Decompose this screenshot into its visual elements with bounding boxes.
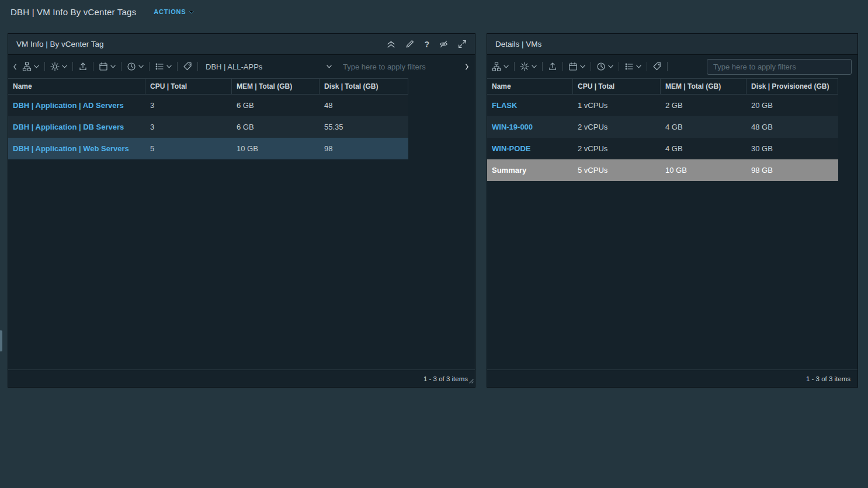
cell-mem: 2 GB <box>661 101 747 110</box>
help-icon[interactable]: ? <box>424 40 429 48</box>
cell-mem: 4 GB <box>661 144 747 153</box>
cell-disk: 98 GB <box>747 166 838 175</box>
clock-icon <box>596 62 606 71</box>
table-row[interactable]: WIN-19-000 2 vCPUs 4 GB 48 GB <box>487 116 838 138</box>
table-header: Name CPU | Total MEM | Total (GB) Disk |… <box>8 78 408 95</box>
filter-input-box <box>707 59 852 75</box>
table-row[interactable]: DBH | Application | DB Servers 3 6 GB 55… <box>8 116 408 138</box>
sidebar-collapse-handle[interactable] <box>0 330 2 351</box>
panel-details-vms: Details | VMs <box>487 33 858 388</box>
column-header-disk[interactable]: Disk | Provisioned (GB) <box>747 79 838 94</box>
table-row[interactable]: WIN-PODE 2 vCPUs 4 GB 30 GB <box>487 138 838 159</box>
expand-icon[interactable] <box>458 40 467 48</box>
list-view-menu[interactable] <box>624 62 641 71</box>
tag-filter-dropdown[interactable]: DBH | ALL-APPs <box>203 62 338 71</box>
cell-mem: 4 GB <box>661 123 747 131</box>
table-header: Name CPU | Total MEM | Total (GB) Disk |… <box>487 78 838 95</box>
widget-flow-icon <box>492 62 501 71</box>
time-range-menu[interactable] <box>127 62 144 71</box>
cell-name: Summary <box>487 166 573 175</box>
cell-mem: 10 GB <box>232 144 320 153</box>
clock-icon <box>127 62 136 71</box>
divider <box>149 62 150 71</box>
table-row-selected[interactable]: DBH | Application | Web Servers 5 10 GB … <box>8 138 408 159</box>
chevron-down-icon <box>110 65 116 68</box>
chevron-down-icon <box>580 65 585 68</box>
table-row-summary[interactable]: Summary 5 vCPUs 10 GB 98 GB <box>487 159 838 181</box>
date-range-menu[interactable] <box>568 62 585 71</box>
dashboard-navigation-menu[interactable] <box>22 62 39 71</box>
divider <box>177 62 178 71</box>
settings-menu[interactable] <box>50 62 67 71</box>
cell-disk: 20 GB <box>747 101 838 110</box>
resize-grip-icon[interactable] <box>468 375 474 386</box>
column-header-mem[interactable]: MEM | Total (GB) <box>232 79 320 94</box>
divider <box>542 62 543 71</box>
chevron-down-icon <box>62 65 67 68</box>
divider <box>619 62 619 71</box>
actions-menu[interactable]: ACTIONS <box>154 8 194 15</box>
calendar-icon <box>99 62 108 71</box>
list-icon <box>624 62 634 71</box>
cell-cpu: 2 vCPUs <box>573 123 661 131</box>
divider <box>647 62 647 71</box>
chevron-down-icon <box>138 65 144 68</box>
time-range-menu[interactable] <box>596 62 613 71</box>
pagination-status: 1 - 3 of 3 items <box>487 370 857 387</box>
divider <box>44 62 45 71</box>
cell-disk: 48 <box>320 101 408 110</box>
divider <box>514 62 515 71</box>
settings-menu[interactable] <box>520 62 537 71</box>
date-range-menu[interactable] <box>99 62 116 71</box>
widget-toolbar: DBH | ALL-APPs <box>8 55 475 78</box>
export-icon[interactable] <box>548 62 557 71</box>
dashboard-navigation-menu[interactable] <box>492 62 509 71</box>
toolbar-scroll-right-icon[interactable] <box>465 64 469 70</box>
row-link[interactable]: DBH | Application | Web Servers <box>13 144 129 153</box>
column-header-cpu[interactable]: CPU | Total <box>573 79 661 94</box>
table-row[interactable]: DBH | Application | AD Servers 3 6 GB 48 <box>8 95 408 116</box>
column-header-cpu[interactable]: CPU | Total <box>145 79 232 94</box>
chevron-down-icon <box>504 65 509 68</box>
divider <box>563 62 563 71</box>
row-link[interactable]: WIN-19-000 <box>492 123 533 131</box>
tag-icon[interactable] <box>652 62 662 71</box>
cell-cpu: 5 vCPUs <box>573 166 661 175</box>
row-link[interactable]: WIN-PODE <box>492 144 530 153</box>
column-header-name[interactable]: Name <box>8 79 145 94</box>
list-icon <box>155 62 164 71</box>
divider <box>197 62 198 71</box>
cell-cpu: 2 vCPUs <box>573 144 661 153</box>
filter-input[interactable] <box>343 62 460 71</box>
pagination-status: 1 - 3 of 3 items <box>8 370 475 387</box>
panel-header: VM Info | By vCenter Tag ? <box>8 34 475 55</box>
divider <box>667 62 668 71</box>
collapse-icon[interactable] <box>387 40 395 48</box>
chevron-down-icon <box>34 65 39 68</box>
row-link[interactable]: DBH | Application | DB Servers <box>13 123 124 131</box>
calendar-icon <box>568 62 578 71</box>
table-row[interactable]: FLASK 1 vCPUs 2 GB 20 GB <box>487 95 838 116</box>
eye-slash-icon[interactable] <box>439 40 448 48</box>
row-link[interactable]: FLASK <box>492 101 517 110</box>
app-header: DBH | VM Info By vCenter Tags ACTIONS <box>0 0 868 23</box>
column-header-name[interactable]: Name <box>487 79 573 94</box>
column-header-mem[interactable]: MEM | Total (GB) <box>661 79 747 94</box>
edit-pencil-icon[interactable] <box>405 40 414 48</box>
cell-cpu: 3 <box>145 123 232 131</box>
cell-cpu: 1 vCPUs <box>573 101 661 110</box>
chevron-down-icon <box>532 65 537 68</box>
filter-input[interactable] <box>713 62 845 71</box>
column-header-disk[interactable]: Disk | Total (GB) <box>320 79 408 94</box>
export-icon[interactable] <box>78 62 88 71</box>
toolbar-scroll-left-icon[interactable] <box>13 64 17 70</box>
cell-disk: 48 GB <box>747 123 838 131</box>
widget-flow-icon <box>22 62 32 71</box>
panel-vm-info: VM Info | By vCenter Tag ? <box>8 33 475 388</box>
row-link[interactable]: DBH | Application | AD Servers <box>13 101 124 110</box>
tag-icon[interactable] <box>183 62 192 71</box>
list-view-menu[interactable] <box>155 62 172 71</box>
cell-cpu: 5 <box>145 144 232 153</box>
cell-cpu: 3 <box>145 101 232 110</box>
page-title: DBH | VM Info By vCenter Tags <box>11 7 136 17</box>
